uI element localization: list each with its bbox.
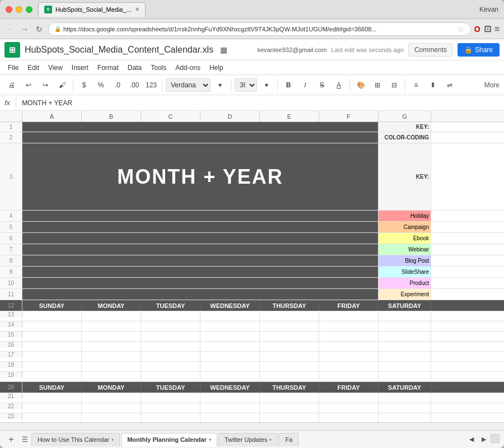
valign-button[interactable]: ⬍ — [426, 78, 440, 92]
menu-addons[interactable]: Add-ons — [172, 63, 204, 73]
sheet-tab-fa[interactable]: Fa — [279, 433, 298, 446]
cell[interactable] — [319, 403, 379, 413]
cell-sunday-2[interactable]: SUNDAY — [22, 382, 82, 393]
sheet-tab-dropdown-icon[interactable]: ▾ — [209, 437, 211, 442]
cell-thursday-1[interactable]: THURSDAY — [260, 300, 319, 311]
cell-wednesday-1[interactable]: WEDNESDAY — [200, 300, 260, 311]
format-more-button[interactable]: 123 — [144, 78, 158, 92]
back-button[interactable]: ← — [4, 24, 16, 35]
cell[interactable] — [200, 321, 260, 331]
cell[interactable] — [22, 342, 82, 351]
cell-campaign[interactable]: Campaign — [379, 222, 431, 232]
cell[interactable] — [260, 372, 319, 381]
address-input[interactable]: 🔒 https://docs.google.com/spreadsheets/d… — [48, 22, 471, 36]
col-header-g[interactable]: G — [379, 111, 431, 122]
cell-blog[interactable]: Blog Post — [379, 255, 431, 266]
cell-thursday-2[interactable]: THURSDAY — [260, 382, 319, 393]
menu-format[interactable]: Format — [94, 63, 122, 73]
cell[interactable] — [22, 372, 82, 381]
print-button[interactable]: 🖨 — [4, 78, 19, 92]
col-header-c[interactable]: C — [141, 111, 200, 122]
cell[interactable] — [260, 321, 319, 331]
cell-a8[interactable] — [22, 255, 379, 266]
active-tab[interactable]: S HubSpots_Social_Media_... ✕ — [38, 2, 146, 17]
cell[interactable] — [260, 352, 319, 361]
cell-friday-1[interactable]: FRIDAY — [319, 300, 379, 311]
merge-button[interactable]: ⊟ — [387, 78, 402, 92]
tab-prev-button[interactable]: ◀ — [466, 434, 477, 445]
cell-sunday-1[interactable]: SUNDAY — [22, 300, 82, 311]
font-dropdown-icon[interactable]: ▾ — [213, 78, 227, 92]
maximize-btn[interactable] — [26, 6, 32, 13]
borders-button[interactable]: ⊞ — [370, 78, 385, 92]
paint-format-button[interactable]: 🖌 — [55, 78, 69, 92]
col-header-a[interactable]: A — [22, 111, 82, 122]
wrap-button[interactable]: ⇌ — [442, 78, 457, 92]
more-label[interactable]: More — [484, 81, 500, 89]
cell-saturday-2[interactable]: SATURDAY — [379, 382, 431, 393]
cell-a10[interactable] — [22, 278, 379, 288]
cell[interactable] — [141, 352, 200, 361]
cell[interactable] — [319, 352, 379, 361]
sheet-tab-twitter[interactable]: Twitter Updates ▾ — [218, 433, 278, 446]
cell[interactable] — [22, 321, 82, 331]
cell[interactable] — [379, 362, 431, 371]
sheet-tab-monthly[interactable]: Monthly Planning Calendar ▾ — [121, 433, 217, 446]
sheet-tab-dropdown-icon[interactable]: ▾ — [111, 437, 114, 442]
col-header-b[interactable]: B — [82, 111, 141, 122]
cell[interactable] — [22, 393, 82, 403]
cell[interactable] — [260, 311, 319, 321]
cell[interactable] — [82, 362, 141, 371]
cell[interactable] — [22, 403, 82, 413]
cell[interactable] — [141, 372, 200, 381]
cell[interactable] — [141, 332, 200, 341]
cell[interactable] — [141, 321, 200, 331]
cell-a1[interactable] — [22, 122, 379, 132]
cell-a11[interactable] — [22, 289, 379, 300]
cell[interactable] — [260, 393, 319, 403]
cell-friday-2[interactable]: FRIDAY — [319, 382, 379, 393]
add-sheet-button[interactable]: + — [4, 433, 18, 446]
cell-a4[interactable] — [22, 211, 379, 221]
cell-a5[interactable] — [22, 222, 379, 232]
cell[interactable] — [200, 393, 260, 403]
cell-a6[interactable] — [22, 233, 379, 244]
big-header-merged[interactable]: MONTH + YEAR — [22, 143, 379, 210]
menu-help[interactable]: Help — [206, 63, 227, 73]
sheet-tab-how-to[interactable]: How to Use This Calendar ▾ — [31, 433, 120, 446]
cell[interactable] — [82, 342, 141, 351]
cell-a2[interactable] — [22, 132, 379, 143]
cell[interactable] — [82, 403, 141, 413]
cell[interactable] — [319, 372, 379, 381]
cell-holiday[interactable]: Holiday — [379, 211, 431, 221]
cell[interactable] — [82, 393, 141, 403]
cell[interactable] — [200, 362, 260, 371]
menu-data[interactable]: Data — [124, 63, 145, 73]
cell[interactable] — [141, 311, 200, 321]
strikethrough-button[interactable]: S — [315, 78, 329, 92]
cell[interactable] — [200, 372, 260, 381]
cell[interactable] — [379, 413, 431, 422]
cell[interactable] — [319, 321, 379, 331]
close-btn[interactable] — [6, 6, 12, 13]
cell-saturday-1[interactable]: SATURDAY — [379, 300, 431, 311]
col-header-f[interactable]: F — [319, 111, 379, 122]
refresh-button[interactable]: ↻ — [34, 24, 45, 35]
fill-color-button[interactable]: 🎨 — [353, 78, 368, 92]
cell-monday-2[interactable]: MONDAY — [82, 382, 141, 393]
bookmark-icon[interactable]: ☆ — [458, 25, 465, 34]
cell[interactable] — [379, 352, 431, 361]
cell-monday-1[interactable]: MONDAY — [82, 300, 141, 311]
decimal-less-button[interactable]: .0 — [110, 78, 125, 92]
cell[interactable] — [260, 403, 319, 413]
col-header-e[interactable]: E — [260, 111, 319, 122]
italic-button[interactable]: I — [298, 78, 312, 92]
cell[interactable] — [200, 352, 260, 361]
cell[interactable] — [260, 332, 319, 341]
cell[interactable] — [141, 393, 200, 403]
cell[interactable] — [200, 311, 260, 321]
cell[interactable] — [82, 332, 141, 341]
cell-ebook[interactable]: Ebook — [379, 233, 431, 244]
cell[interactable] — [319, 311, 379, 321]
cell-a9[interactable] — [22, 267, 379, 277]
